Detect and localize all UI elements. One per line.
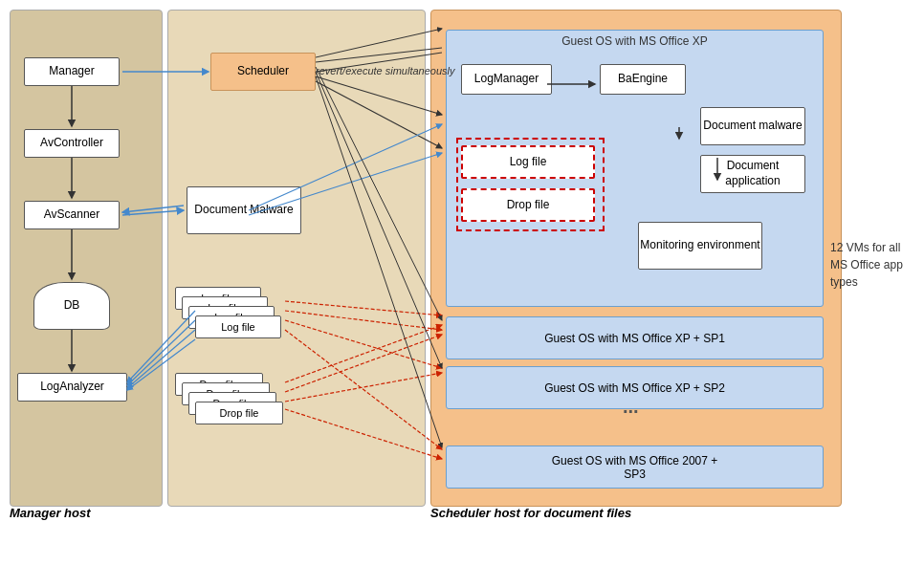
monitoring-environment-box: Monitoring environment bbox=[638, 222, 762, 270]
av-controller-box: AvController bbox=[24, 129, 120, 158]
drop-file-4: Drop file bbox=[195, 402, 283, 424]
scheduler-host-label: Scheduler host for document files bbox=[430, 506, 631, 520]
db-box: DB bbox=[33, 282, 110, 330]
guest-os-sp1: Guest OS with MS Office XP + SP1 bbox=[446, 316, 824, 359]
scheduler-box: Scheduler bbox=[210, 53, 316, 91]
vms-label: 12 VMs for all MS Office app types bbox=[830, 239, 916, 291]
log-drop-container bbox=[456, 138, 605, 231]
scheduler-host-area: Guest OS with MS Office XP LogManager Ba… bbox=[430, 10, 842, 507]
document-malware-guest-box: Document malware bbox=[700, 107, 805, 145]
revert-execute-label: revert/execute simultaneously bbox=[316, 65, 455, 76]
manager-box: Manager bbox=[24, 57, 120, 86]
av-scanner-box: AvScanner bbox=[24, 201, 120, 229]
ba-engine-box: BaEngine bbox=[600, 64, 686, 95]
guest-os-main-title: Guest OS with MS Office XP bbox=[447, 34, 823, 48]
guest-os-sp3: Guest OS with MS Office 2007 + SP3 bbox=[446, 446, 824, 489]
guest-os-sp3-title: Guest OS with MS Office 2007 + SP3 bbox=[540, 454, 729, 481]
guest-os-sp2-title: Guest OS with MS Office XP + SP2 bbox=[544, 381, 725, 395]
log-analyzer-box: LogAnalyzer bbox=[17, 373, 127, 402]
document-malware-middle-box: Document Malware bbox=[187, 186, 301, 234]
guest-os-main: Guest OS with MS Office XP LogManager Ba… bbox=[446, 30, 824, 307]
log-manager-box: LogManager bbox=[461, 64, 552, 95]
guest-os-sp1-title: Guest OS with MS Office XP + SP1 bbox=[544, 332, 725, 345]
manager-host-label: Manager host bbox=[10, 506, 91, 520]
dots-indicator: ··· bbox=[623, 401, 639, 423]
document-application-box: Document application bbox=[700, 155, 805, 193]
diagram-container: Guest OS with MS Office XP LogManager Ba… bbox=[0, 0, 924, 587]
log-file-4: Log file bbox=[195, 315, 281, 338]
